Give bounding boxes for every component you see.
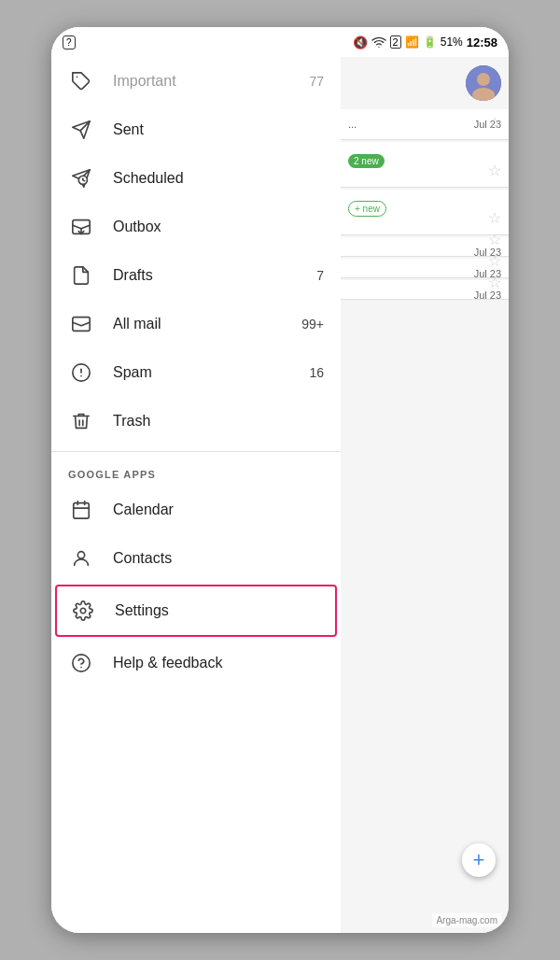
time-display: 12:58 (467, 35, 497, 49)
star-icon-3[interactable]: ☆ (488, 209, 501, 227)
menu-item-important[interactable]: Important 77 (51, 57, 341, 106)
app-icon: ? (63, 35, 76, 49)
star-icon-1[interactable]: ☆ (488, 114, 501, 132)
sent-icon (68, 117, 94, 143)
menu-item-outbox[interactable]: Outbox (51, 203, 341, 251)
badge-new: + new (348, 201, 386, 217)
trash-icon (68, 408, 94, 434)
star-icon-6[interactable]: ☆ (488, 274, 501, 291)
battery-percent: 51% (441, 35, 463, 49)
help-icon (68, 650, 94, 676)
star-icon-5[interactable]: ☆ (488, 252, 501, 270)
star-icon-4[interactable]: ☆ (488, 231, 501, 248)
scheduled-icon (68, 165, 94, 191)
watermark: Arga-mag.com (432, 913, 501, 927)
main-content: Important 77 Sent (51, 57, 509, 933)
calendar-label: Calendar (113, 501, 324, 518)
menu-item-calendar[interactable]: Calendar (51, 486, 341, 534)
menu-item-sent[interactable]: Sent (51, 106, 341, 154)
menu-item-spam[interactable]: Spam 16 (51, 348, 341, 397)
settings-label: Settings (115, 602, 322, 619)
spam-icon (68, 360, 94, 386)
battery-icon: 🔋 (423, 35, 437, 49)
email-row-6[interactable]: Jul 23 ☆ (341, 280, 509, 300)
menu-item-drafts[interactable]: Drafts 7 (51, 251, 341, 300)
phone-frame: ? 🔇 2 📶 🔋 51% 12:58 (51, 27, 509, 933)
drafts-badge: 7 (316, 268, 324, 283)
badge-2new: 2 new (348, 154, 385, 168)
menu-item-trash[interactable]: Trash (51, 397, 341, 445)
settings-icon (70, 598, 96, 624)
divider-1 (51, 451, 341, 452)
svg-point-17 (73, 655, 90, 671)
scheduled-label: Scheduled (113, 170, 324, 187)
drafts-label: Drafts (113, 267, 316, 284)
spam-badge: 16 (309, 365, 324, 380)
svg-point-20 (477, 73, 490, 86)
contacts-label: Contacts (113, 550, 324, 567)
email-panel: ... Jul 23 ☆ 2 new ☆ + new ☆ Jul 23 (341, 57, 509, 933)
calendar-icon (68, 497, 94, 523)
menu-item-help[interactable]: Help & feedback (51, 639, 341, 687)
wifi-icon (371, 35, 386, 49)
allmail-label: All mail (113, 316, 301, 332)
contacts-icon (68, 545, 94, 572)
email-header (341, 57, 509, 109)
trash-label: Trash (113, 413, 324, 430)
spam-label: Spam (113, 364, 309, 381)
allmail-icon (68, 311, 94, 337)
svg-point-16 (80, 608, 86, 614)
outbox-icon (68, 214, 94, 240)
email-row-2[interactable]: 2 new ☆ (341, 142, 509, 188)
email-row-4[interactable]: Jul 23 ☆ (341, 237, 509, 257)
email-row-1[interactable]: ... Jul 23 ☆ (341, 109, 509, 140)
star-icon-2[interactable]: ☆ (488, 162, 501, 179)
email-row-3[interactable]: + new ☆ (341, 190, 509, 235)
status-left: ? (63, 35, 76, 49)
status-bar: ? 🔇 2 📶 🔋 51% 12:58 (51, 27, 509, 57)
menu-item-allmail[interactable]: All mail 99+ (51, 300, 341, 348)
help-label: Help & feedback (113, 655, 324, 671)
google-apps-header: GOOGLE APPS (51, 458, 341, 486)
important-icon (68, 68, 94, 94)
mute-icon: 🔇 (353, 35, 368, 49)
status-right: 🔇 2 📶 🔋 51% 12:58 (353, 35, 497, 49)
important-label: Important (113, 73, 309, 90)
outbox-label: Outbox (113, 219, 324, 235)
sent-label: Sent (113, 121, 324, 138)
fab-compose[interactable]: + (462, 843, 496, 877)
svg-rect-11 (74, 503, 90, 519)
menu-item-contacts[interactable]: Contacts (51, 534, 341, 583)
avatar[interactable] (466, 65, 501, 101)
signal-icon: 📶 (405, 35, 419, 49)
email-row-5[interactable]: Jul 23 ☆ (341, 259, 509, 278)
network-badge: 2 (390, 35, 401, 49)
drafts-icon (68, 262, 94, 289)
menu-item-scheduled[interactable]: Scheduled (51, 154, 341, 203)
svg-point-15 (77, 552, 84, 558)
drawer-menu: Important 77 Sent (51, 57, 341, 933)
important-badge: 77 (309, 74, 324, 89)
menu-item-settings[interactable]: Settings (55, 585, 337, 637)
allmail-badge: 99+ (301, 317, 324, 332)
svg-point-0 (378, 47, 379, 48)
